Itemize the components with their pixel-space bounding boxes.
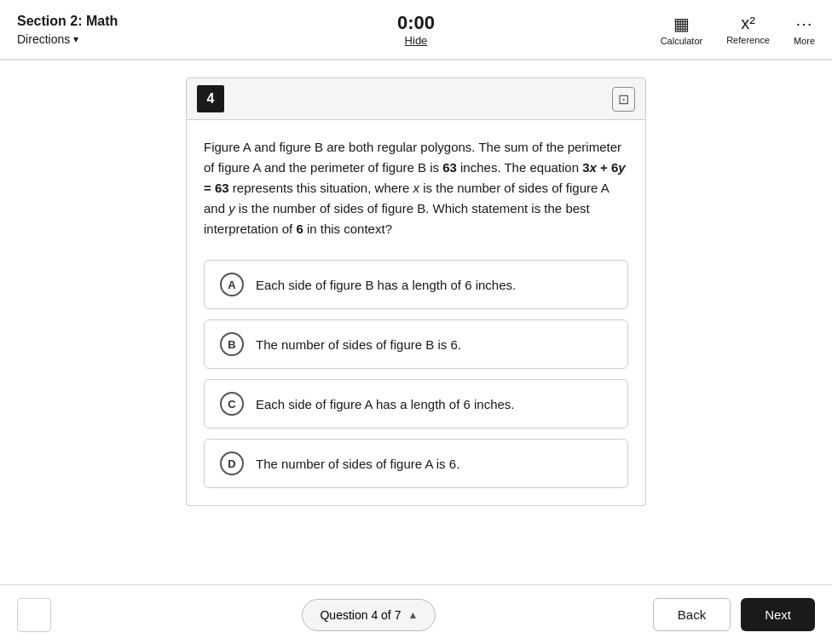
option-a[interactable]: A Each side of figure B has a length of …	[204, 260, 628, 309]
reference-label: Reference	[726, 35, 770, 45]
question-body: Figure A and figure B are both regular p…	[186, 120, 646, 506]
hide-button[interactable]: Hide	[405, 34, 428, 47]
question-card: 4 ⊡ Figure A and figure B are both regul…	[186, 78, 646, 506]
calculator-icon: ▦	[673, 14, 690, 34]
option-c[interactable]: C Each side of figure A has a length of …	[204, 379, 628, 428]
question-progress-button[interactable]: Question 4 of 7 ▲	[302, 599, 436, 631]
progress-label: Question 4 of 7	[320, 608, 401, 622]
directions-button[interactable]: Directions ▾	[17, 32, 153, 46]
bookmark-button[interactable]: ⊡	[612, 87, 635, 112]
option-b[interactable]: B The number of sides of figure B is 6.	[204, 319, 628, 369]
bookmark-icon: ⊡	[618, 92, 629, 106]
footer: Question 4 of 7 ▲ Back Next	[0, 584, 832, 644]
option-d-text: The number of sides of figure A is 6.	[256, 457, 459, 471]
question-header: 4 ⊡	[186, 78, 646, 120]
option-b-circle: B	[220, 332, 244, 356]
question-text: Figure A and figure B are both regular p…	[204, 137, 628, 239]
option-a-text: Each side of figure B has a length of 6 …	[256, 278, 516, 292]
calculator-label: Calculator	[661, 36, 703, 46]
reference-tool[interactable]: x² Reference	[726, 14, 770, 45]
footer-left	[17, 598, 85, 632]
option-c-text: Each side of figure A has a length of 6 …	[256, 397, 515, 411]
more-label: More	[794, 36, 815, 46]
section-title: Section 2: Math	[17, 14, 153, 29]
answer-options: A Each side of figure B has a length of …	[204, 260, 628, 488]
back-button[interactable]: Back	[653, 598, 731, 631]
header: Section 2: Math Directions ▾ 0:00 Hide ▦…	[0, 0, 832, 60]
timer-display: 0:00	[397, 12, 435, 34]
option-d[interactable]: D The number of sides of figure A is 6.	[204, 439, 628, 488]
header-center: 0:00 Hide	[397, 12, 435, 47]
header-left: Section 2: Math Directions ▾	[17, 14, 153, 46]
directions-chevron-icon: ▾	[73, 33, 78, 45]
more-icon: ⋯	[795, 14, 812, 34]
option-c-circle: C	[220, 392, 244, 416]
next-button[interactable]: Next	[741, 598, 815, 631]
footer-right: Back Next	[653, 598, 815, 631]
main-content: 新东方 4 ⊡ Figure A and figure B are both r…	[0, 60, 832, 585]
header-right: ▦ Calculator x² Reference ⋯ More	[661, 14, 815, 46]
progress-chevron-icon: ▲	[407, 609, 418, 621]
option-d-circle: D	[220, 451, 244, 475]
calculator-tool[interactable]: ▦ Calculator	[661, 14, 703, 46]
footer-placeholder	[17, 598, 51, 632]
option-b-text: The number of sides of figure B is 6.	[256, 337, 461, 352]
more-tool[interactable]: ⋯ More	[794, 14, 815, 46]
directions-label: Directions	[17, 32, 70, 46]
question-number: 4	[197, 85, 224, 112]
option-a-circle: A	[220, 273, 244, 296]
reference-icon: x²	[741, 14, 755, 33]
footer-center: Question 4 of 7 ▲	[302, 599, 436, 631]
